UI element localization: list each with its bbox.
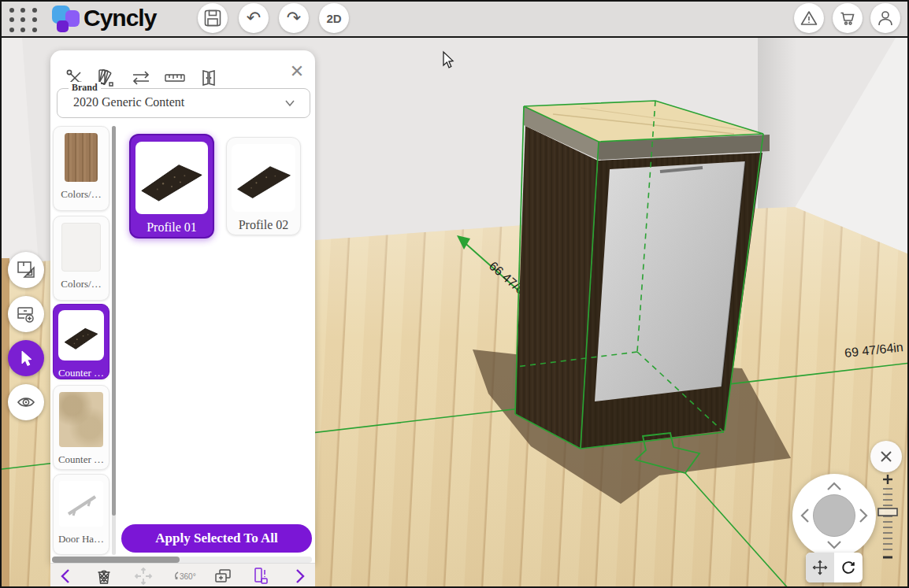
redo-icon: ↷ xyxy=(287,9,301,27)
cart-icon xyxy=(839,9,856,27)
pan-icon xyxy=(811,559,829,576)
door-handle-thumbnail xyxy=(59,481,103,527)
delete-button[interactable] xyxy=(92,565,116,587)
add-item-button[interactable] xyxy=(8,296,44,332)
chevron-left-icon xyxy=(58,568,72,585)
white-color-thumbnail xyxy=(61,223,101,272)
cabinet-door xyxy=(595,161,745,401)
top-bar: Cyncly ↶ ↷ 2D xyxy=(2,2,907,38)
save-icon xyxy=(204,9,221,27)
cabinet-warning-button[interactable] xyxy=(249,565,273,587)
rotate-360-icon: 360° xyxy=(172,567,200,586)
wheel-right-chevron xyxy=(860,509,866,522)
warnings-button[interactable] xyxy=(794,3,824,33)
panel-horizontal-scrollbar[interactable] xyxy=(52,557,312,563)
wheel-down-chevron xyxy=(828,542,840,548)
move-button[interactable] xyxy=(132,565,155,587)
wheel-up-chevron xyxy=(828,483,840,490)
toolbar-next-button[interactable] xyxy=(288,565,312,587)
wood-color-thumbnail xyxy=(65,133,98,182)
material-card-countertop-selected[interactable]: Counter … xyxy=(53,304,109,379)
rotate-360-button[interactable]: 360° xyxy=(170,565,202,587)
duplicate-icon xyxy=(213,567,232,586)
account-button[interactable] xyxy=(870,3,900,33)
material-card-colors-1[interactable]: Colors/… xyxy=(53,126,109,211)
zoom-ticks xyxy=(883,489,892,549)
undo-icon: ↶ xyxy=(247,9,261,27)
save-button[interactable] xyxy=(198,3,228,33)
close-icon xyxy=(878,449,894,464)
pan-mode-button[interactable] xyxy=(806,553,834,582)
floorplan-tool-button[interactable] xyxy=(8,252,44,288)
tab-dimensions[interactable] xyxy=(163,66,187,90)
zoom-slider-handle[interactable] xyxy=(878,508,897,516)
marble-thumbnail xyxy=(59,392,103,447)
nav-mode-tray xyxy=(806,553,863,582)
profile-card-02[interactable]: Profile 02 xyxy=(226,137,301,235)
profile-card-01[interactable]: Profile 01 xyxy=(129,134,214,239)
wheel-knob[interactable] xyxy=(813,494,855,537)
floorplan-icon xyxy=(16,260,36,280)
warning-icon xyxy=(800,9,818,27)
brand-label: Brand xyxy=(69,82,101,94)
chevron-down-icon xyxy=(283,96,297,110)
profile-01-thumbnail xyxy=(135,142,208,214)
brand-value: 2020 Generic Content xyxy=(73,95,184,109)
eye-icon xyxy=(16,392,36,412)
material-card-countertop-2[interactable]: Counter … xyxy=(53,385,109,470)
ruler-icon xyxy=(164,68,186,88)
zoom-slider[interactable] xyxy=(876,471,900,564)
redo-button[interactable]: ↷ xyxy=(279,3,309,33)
materials-panel: ✕ Brand 2020 Generic Content Colors/… Co… xyxy=(50,50,315,563)
cyncly-logo xyxy=(52,6,80,34)
move-icon xyxy=(134,567,153,586)
profile-02-thumbnail xyxy=(232,144,295,212)
cabinet-add-icon xyxy=(16,304,36,324)
countertop-thumbnail xyxy=(58,310,104,361)
swap-arrows-icon xyxy=(130,68,152,88)
trash-icon xyxy=(95,567,113,586)
select-tool-button[interactable] xyxy=(8,340,44,376)
object-toolbar: 360° xyxy=(50,563,315,588)
view-2d-button[interactable]: 2D xyxy=(319,3,349,33)
navigation-wheel[interactable] xyxy=(792,474,876,557)
cart-button[interactable] xyxy=(833,3,863,33)
material-card-door-handles[interactable]: Door Ha… xyxy=(53,474,109,555)
deselect-close-button[interactable] xyxy=(870,441,902,472)
wheel-left-chevron xyxy=(802,509,808,522)
svg-text:360°: 360° xyxy=(180,572,196,581)
cabinet-doors-icon xyxy=(198,68,219,88)
chevron-right-icon xyxy=(293,568,307,585)
rotate-mode-button[interactable] xyxy=(834,553,863,582)
close-icon: ✕ xyxy=(290,61,304,81)
panel-close-button[interactable]: ✕ xyxy=(287,61,307,81)
materials-scrollbar[interactable] xyxy=(112,126,116,555)
app-window: 66 47/64in 69 47/64in xyxy=(0,0,909,588)
person-icon xyxy=(877,9,894,27)
app-launcher-icon[interactable] xyxy=(9,8,39,33)
visibility-button[interactable] xyxy=(8,384,44,420)
undo-button[interactable]: ↶ xyxy=(239,3,269,33)
tab-doors[interactable] xyxy=(197,66,221,90)
duplicate-button[interactable] xyxy=(211,565,235,587)
tab-replace[interactable] xyxy=(129,66,153,90)
cabinet-warning-icon xyxy=(250,566,271,586)
toolbar-prev-button[interactable] xyxy=(54,565,77,587)
brand-dropdown[interactable]: Brand 2020 Generic Content xyxy=(57,88,310,118)
material-card-colors-2[interactable]: Colors/… xyxy=(53,216,109,301)
cursor-select-icon xyxy=(17,349,35,368)
logo-text: Cyncly xyxy=(83,5,156,31)
apply-selected-to-all-button[interactable]: Apply Selected To All xyxy=(121,524,312,553)
rotate-icon xyxy=(840,559,857,576)
